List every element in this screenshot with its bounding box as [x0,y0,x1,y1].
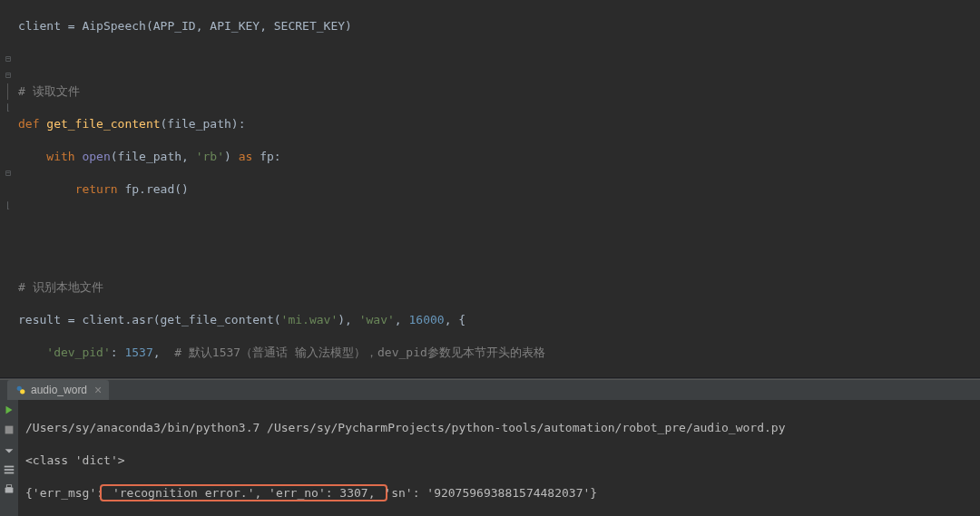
console-toolbar [0,400,18,516]
run-console: audio_word × /Users/sy/anaconda3/bin/pyt… [0,380,980,516]
svg-point-1 [20,389,24,394]
string-literal: 'mi.wav' [281,313,338,326]
output-line: /Users/sy/anaconda3/bin/python3.7 /Users… [25,420,973,436]
keyword: as [239,150,260,163]
svg-rect-3 [5,466,15,468]
error-highlight: 'recognition error.', 'err_no': 3307, [100,484,387,501]
keyword: def [18,117,46,131]
svg-rect-6 [5,487,14,492]
fold-marker[interactable]: ⊟ [0,51,16,67]
code-editor[interactable]: ⊟ ⊟ ⌊ ⊟ ⌊ client = AipSpeech(APP_ID, API… [0,0,980,377]
code-content[interactable]: client = AipSpeech(APP_ID, API_KEY, SECR… [16,0,980,377]
svg-rect-7 [6,485,11,488]
code-text: , { [445,313,466,326]
tab-label: audio_word [31,384,87,396]
down-icon[interactable] [3,443,15,456]
code-text: : [111,346,125,359]
string-literal: 'dev_pid' [46,346,110,359]
console-output[interactable]: /Users/sy/anaconda3/bin/python3.7 /Users… [18,400,980,516]
code-text: ) [224,150,239,163]
fold-marker[interactable]: ⊟ [0,67,16,83]
editor-gutter: ⊟ ⊟ ⌊ ⊟ ⌊ [0,0,16,377]
settings-icon[interactable] [3,463,15,476]
code-text: (file_path, [111,150,196,163]
fold-end-marker[interactable]: ⌊ [0,100,16,116]
rerun-icon[interactable] [3,404,15,416]
code-comment: # 默认1537（普通话 输入法模型），dev_pid参数见本节开头的表格 [174,346,545,359]
code-text: (file_path): [161,117,246,131]
keyword: with [46,150,82,163]
svg-rect-2 [5,426,14,434]
code-text: (APP_ID, API_KEY, SECRET_KEY) [146,19,352,33]
output-line: <class 'dict'> [25,453,973,469]
function-name: get_file_content [46,117,160,131]
svg-rect-5 [5,472,15,474]
console-tabs-bar: audio_word × [0,380,980,400]
code-text: fp: [260,150,280,163]
close-tab-button[interactable]: × [94,383,102,397]
code-text: client = [18,19,82,33]
code-text: ), [338,313,358,326]
stop-icon[interactable] [3,424,15,436]
number-literal: 1537 [124,346,152,359]
print-icon[interactable] [3,483,15,496]
output-line: {'err_msg': 'recognition error.', 'err_n… [25,485,973,501]
builtin: open [82,150,110,163]
fold-marker[interactable] [0,2,16,18]
code-text: fp.read() [124,182,188,196]
fold-end-marker[interactable]: ⌊ [0,198,16,214]
code-comment: # 读取文件 [18,84,80,98]
fold-marker[interactable]: ⊟ [0,165,16,181]
code-comment: # 识别本地文件 [18,280,103,294]
code-text: result = client.asr(get_file_content( [18,313,281,326]
svg-rect-4 [5,469,15,471]
string-literal: 'rb' [196,150,224,163]
keyword: return [75,182,125,196]
string-literal: 'wav' [359,313,395,326]
code-text: AipSpeech [82,19,145,33]
code-text: , [395,313,409,326]
python-file-icon [15,384,27,396]
run-tab[interactable]: audio_word × [7,380,109,400]
code-text: , [153,346,174,359]
number-literal: 16000 [409,313,445,326]
